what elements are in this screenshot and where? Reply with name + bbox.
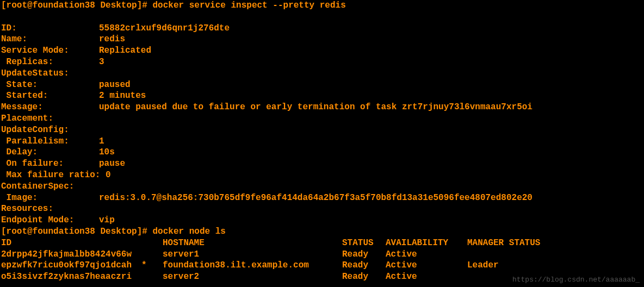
parallelism-label: Parallelism:	[1, 136, 99, 147]
row2-hostname: foundation38.ilt.example.com	[163, 260, 342, 271]
parallelism-value: 1	[99, 136, 104, 146]
endpoint-label: Endpoint Mode:	[1, 215, 99, 226]
state-label: State:	[1, 79, 99, 91]
name-label: Name:	[1, 34, 99, 45]
delay-value: 10s	[99, 147, 115, 157]
row1-hostname: server1	[163, 249, 342, 260]
image-label: Image:	[1, 192, 99, 204]
containerspec-label: ContainerSpec:	[1, 182, 74, 191]
blank-line	[1, 11, 643, 23]
prompt-path: Desktop	[100, 1, 137, 10]
inspect-parallelism-line: Parallelism:1	[1, 136, 643, 147]
replicas-label: Replicas:	[1, 57, 99, 68]
header-id: ID	[1, 238, 163, 249]
message-label: Message:	[1, 102, 99, 113]
inspect-updateconfig-line: UpdateConfig:	[1, 124, 643, 136]
row2-marker: *	[141, 260, 163, 271]
prompt-line-2[interactable]: [root@foundation38 Desktop]# docker node…	[1, 226, 643, 238]
prompt-user: root	[7, 1, 27, 10]
mode-label: Service Mode:	[1, 45, 99, 57]
row1-availability: Active	[386, 249, 467, 260]
prompt-at: @	[27, 1, 33, 10]
inspect-id-line: ID:55882crlxuf9d6qnr1j276dte	[1, 23, 643, 34]
header-hostname: HOSTNAME	[163, 238, 342, 249]
inspect-endpoint-line: Endpoint Mode:vip	[1, 215, 643, 226]
nodels-header-line: IDHOSTNAMESTATUSAVAILABILITYMANAGER STAT…	[1, 238, 643, 249]
prompt-path-2: Desktop	[100, 227, 137, 236]
image-value: redis:3.0.7@sha256:730b765df9fe96af414da…	[99, 193, 532, 203]
prompt-close-2: ]#	[137, 227, 147, 236]
message-value: update paused due to failure or early te…	[99, 102, 532, 112]
resources-label: Resources:	[1, 204, 53, 214]
prompt-open-2: [	[1, 227, 7, 236]
header-availability: AVAILABILITY	[386, 238, 467, 249]
row2-id: epzwfk7ricu0okf97qjo1dcah	[1, 260, 141, 271]
row1-marker	[141, 249, 163, 260]
prompt-close: ]#	[137, 1, 147, 10]
delay-label: Delay:	[1, 147, 99, 158]
replicas-value: 3	[99, 57, 104, 67]
updateconfig-label: UpdateConfig:	[1, 125, 69, 135]
row3-id: o5i3sivzf2zyknas7heaaczri	[1, 271, 141, 283]
inspect-name-line: Name:redis	[1, 34, 643, 45]
inspect-maxfail-line: Max failure ratio: 0	[1, 170, 643, 181]
command-1: docker service inspect --pretty redis	[152, 1, 345, 10]
nodels-row-2: epzwfk7ricu0okf97qjo1dcah*foundation38.i…	[1, 260, 643, 271]
endpoint-value: vip	[99, 215, 115, 225]
started-label: Started:	[1, 90, 99, 102]
prompt-host-2: foundation38	[33, 227, 95, 236]
onfailure-label: On failure:	[1, 158, 99, 170]
inspect-state-line: State:paused	[1, 79, 643, 91]
inspect-resources-line: Resources:	[1, 203, 643, 215]
inspect-image-line: Image:redis:3.0.7@sha256:730b765df9fe96a…	[1, 192, 643, 204]
prompt-at-2: @	[27, 227, 33, 236]
header-status: STATUS	[342, 238, 386, 249]
row2-status: Ready	[342, 260, 386, 271]
inspect-message-line: Message:update paused due to failure or …	[1, 102, 643, 113]
row2-manager: Leader	[467, 260, 499, 270]
maxfail-value: 0	[106, 170, 111, 180]
inspect-started-line: Started:2 minutes	[1, 90, 643, 102]
inspect-delay-line: Delay:10s	[1, 147, 643, 158]
prompt-host: foundation38	[33, 1, 95, 10]
row3-availability: Active	[386, 271, 467, 283]
maxfail-label: Max failure ratio:	[1, 170, 100, 180]
updatestatus-label: UpdateStatus:	[1, 68, 69, 78]
row3-hostname: server2	[163, 271, 342, 283]
inspect-containerspec-line: ContainerSpec:	[1, 181, 643, 192]
id-label: ID:	[1, 23, 99, 34]
prompt-line-1[interactable]: [root@foundation38 Desktop]# docker serv…	[1, 0, 643, 11]
row1-id: 2drpp42jfkajmalbb8424v66w	[1, 249, 141, 260]
row1-status: Ready	[342, 249, 386, 260]
onfailure-value: pause	[99, 159, 125, 169]
inspect-onfailure-line: On failure:pause	[1, 158, 643, 170]
placement-label: Placement:	[1, 114, 53, 123]
command-2: docker node ls	[152, 227, 225, 236]
id-value: 55882crlxuf9d6qnr1j276dte	[99, 23, 230, 33]
watermark-text: https://blog.csdn.net/aaaaaab_	[512, 276, 640, 285]
prompt-user-2: root	[7, 227, 27, 236]
mode-value: Replicated	[99, 46, 151, 55]
state-value: paused	[99, 80, 131, 90]
name-value: redis	[99, 34, 125, 44]
inspect-updatestatus-line: UpdateStatus:	[1, 68, 643, 79]
nodels-row-1: 2drpp42jfkajmalbb8424v66w server1ReadyAc…	[1, 249, 643, 260]
prompt-open: [	[1, 1, 7, 10]
inspect-mode-line: Service Mode:Replicated	[1, 45, 643, 57]
started-value: 2 minutes	[99, 91, 146, 101]
row3-status: Ready	[342, 271, 386, 283]
row2-availability: Active	[386, 260, 467, 271]
inspect-replicas-line: Replicas:3	[1, 57, 643, 68]
header-manager: MANAGER STATUS	[467, 238, 540, 248]
row3-marker	[141, 271, 163, 283]
inspect-placement-line: Placement:	[1, 113, 643, 124]
